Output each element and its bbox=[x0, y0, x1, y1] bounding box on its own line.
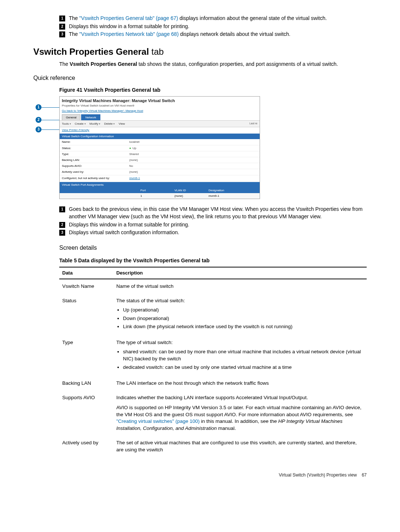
callout-row: 3 Displays virtual switch configuration … bbox=[59, 229, 367, 236]
ss-row-name: Name:localnet bbox=[60, 139, 260, 145]
th-data: Data bbox=[59, 267, 113, 279]
ss-port-header: Port VLAN ID Designation bbox=[60, 188, 260, 193]
ss-key: Actively used by: bbox=[60, 169, 127, 175]
ss-menu-tools[interactable]: Tools bbox=[62, 122, 71, 126]
ss-tab-network[interactable]: Network bbox=[81, 114, 100, 120]
callout-text: Goes back to the previous view, in this … bbox=[69, 206, 367, 220]
callout-row: 1 The "Vswitch Properties General tab" (… bbox=[59, 15, 367, 22]
ss-val-status-up: Up bbox=[127, 145, 139, 151]
ss-row-actively-used: Actively used by:(none) bbox=[60, 169, 260, 175]
bubble-3-icon: 3 bbox=[36, 127, 41, 132]
ss-last-refresh: Last re bbox=[250, 122, 257, 126]
leader-line bbox=[41, 120, 59, 120]
th-description: Description bbox=[113, 267, 367, 279]
figure-41: 1 2 3 Integrity Virtual Machines Manager… bbox=[33, 96, 367, 199]
ss-val: mvm9-1 bbox=[127, 175, 142, 181]
table-row: Vswitch Name Name of the virtual switch bbox=[59, 279, 367, 294]
text: The bbox=[69, 31, 79, 37]
ss-key: Type: bbox=[60, 151, 127, 157]
ss-menu-create[interactable]: Create bbox=[75, 122, 86, 126]
ss-col-designation: Designation bbox=[206, 188, 260, 193]
bubble-1-icon: 1 bbox=[36, 104, 41, 110]
ss-key: Status: bbox=[60, 145, 127, 151]
cell-desc: Name of the virtual switch bbox=[113, 279, 367, 294]
ss-row-backing-lan: Backing LAN:(none) bbox=[60, 157, 260, 163]
ss-row-type: Type:Shared bbox=[60, 151, 260, 157]
text: The bbox=[59, 61, 70, 67]
cell-key: Supports AVIO bbox=[59, 391, 113, 436]
ss-col-port: Port bbox=[138, 188, 172, 193]
ss-key: Configured, but not actively used by: bbox=[60, 175, 127, 181]
cell-key: Backing LAN bbox=[59, 376, 113, 391]
callout-text: The "Vswitch Properties Network tab" (pa… bbox=[69, 31, 367, 38]
ss-vm-link[interactable]: mvm9-1 bbox=[129, 176, 140, 180]
text: in this manual. In addition, see the bbox=[200, 418, 278, 424]
cell-desc: The type of virtual switch: shared vswit… bbox=[113, 336, 367, 376]
callout-row: 2 Displays this window in a format suita… bbox=[59, 23, 367, 30]
bullet-list: Up (operational) Down (inoperational) Li… bbox=[123, 307, 364, 331]
callout-row: 2 Displays this window in a format suita… bbox=[59, 221, 367, 229]
mid-callout-list: 1 Goes back to the previous view, in thi… bbox=[59, 206, 367, 236]
heading-rest: tab bbox=[149, 47, 164, 57]
ss-menu-modify[interactable]: Modify bbox=[90, 122, 101, 126]
ss-subtitle: Properties for Virtual Switch localnet o… bbox=[60, 104, 260, 108]
table-5: Data Description Vswitch Name Name of th… bbox=[59, 267, 367, 457]
ss-val: localnet bbox=[127, 139, 142, 145]
ss-back-link[interactable]: Go back to 'Integrity Virtual Machines M… bbox=[60, 109, 260, 114]
ss-toolbar-left: Tools Create Modify Delete View bbox=[62, 122, 125, 126]
link-creating-vswitches[interactable]: "Creating virtual switches" (page 100) bbox=[116, 418, 200, 424]
ss-val: Shared bbox=[127, 151, 141, 157]
callout-row: 1 Goes back to the previous view, in thi… bbox=[59, 206, 367, 220]
cell-key: Status bbox=[59, 294, 113, 336]
text: The bbox=[69, 15, 79, 21]
ss-val: No bbox=[127, 163, 135, 169]
heading-bold: Vswitch Properties General bbox=[33, 47, 149, 57]
page-footer: Virtual Switch (Vswitch) Properties view… bbox=[33, 472, 367, 478]
ss-cell: 1 bbox=[138, 193, 172, 199]
ss-section-config-info: Virtual Switch Configuration Information bbox=[60, 134, 260, 139]
ss-menu-view[interactable]: View bbox=[119, 122, 125, 126]
top-callout-list: 1 The "Vswitch Properties General tab" (… bbox=[59, 15, 367, 38]
table-row: Type The type of virtual switch: shared … bbox=[59, 336, 367, 376]
callout-text: Displays virtual switch configuration in… bbox=[69, 229, 367, 236]
embedded-screenshot: Integrity Virtual Machines Manager: Mana… bbox=[59, 96, 260, 199]
cell-key: Vswitch Name bbox=[59, 279, 113, 294]
list-item: dedicated vswitch: can be used by only o… bbox=[123, 364, 364, 371]
callout-number-2: 2 bbox=[59, 222, 65, 228]
footer-page-number: 67 bbox=[362, 472, 367, 478]
callout-text: Displays this window in a format suitabl… bbox=[69, 23, 367, 30]
ss-row-configured-not-used: Configured, but not actively used by:mvm… bbox=[60, 175, 260, 181]
text: displays information about the general s… bbox=[178, 15, 327, 21]
ss-menu-delete[interactable]: Delete bbox=[104, 122, 115, 126]
ss-col bbox=[60, 188, 138, 193]
ss-key: Backing LAN: bbox=[60, 157, 127, 163]
callout-number-1: 1 bbox=[59, 206, 65, 212]
list-item: Down (inoperational) bbox=[123, 315, 364, 322]
ss-val: (none) bbox=[127, 157, 140, 163]
leader-line bbox=[41, 107, 59, 108]
screen-details-heading: Screen details bbox=[59, 244, 367, 252]
intro-bold: Vswitch Properties General bbox=[70, 61, 137, 67]
cell-desc: The LAN interface on the host through wh… bbox=[113, 376, 367, 391]
ss-cell bbox=[60, 193, 138, 199]
cell-key: Actively used by bbox=[59, 436, 113, 457]
quick-reference-heading: Quick reference bbox=[33, 74, 367, 82]
ss-tab-general[interactable]: General bbox=[62, 114, 80, 120]
ss-col-vlan: VLAN ID bbox=[172, 188, 206, 193]
list-item: Link down (the physical network interfac… bbox=[123, 323, 364, 330]
paragraph: AVIO is supported on HP Integrity VM Ver… bbox=[116, 404, 364, 432]
table-row: Backing LAN The LAN interface on the hos… bbox=[59, 376, 367, 391]
cell-desc: The set of active virtual machines that … bbox=[113, 436, 367, 457]
footer-section-title: Virtual Switch (Vswitch) Properties view bbox=[279, 472, 357, 478]
ss-key: Supports AVIO: bbox=[60, 163, 127, 169]
cell-desc: The status of the virtual switch: Up (op… bbox=[113, 294, 367, 336]
ss-printer-friendly-link[interactable]: View Printer-Friendly bbox=[60, 127, 260, 133]
callout-number-1: 1 bbox=[59, 16, 65, 21]
callout-number-2: 2 bbox=[59, 24, 65, 30]
link-vswitch-network-tab[interactable]: "Vswitch Properties Network tab" (page 6… bbox=[79, 31, 179, 37]
link-vswitch-general-tab[interactable]: "Vswitch Properties General tab" (page 6… bbox=[79, 15, 178, 21]
ss-tab-bar: General Network bbox=[60, 114, 260, 120]
cell-desc: Indicates whether the backing LAN interf… bbox=[113, 391, 367, 436]
figure-caption: Figure 41 Vswitch Properties General tab bbox=[59, 87, 367, 94]
callout-number-3: 3 bbox=[59, 31, 65, 37]
